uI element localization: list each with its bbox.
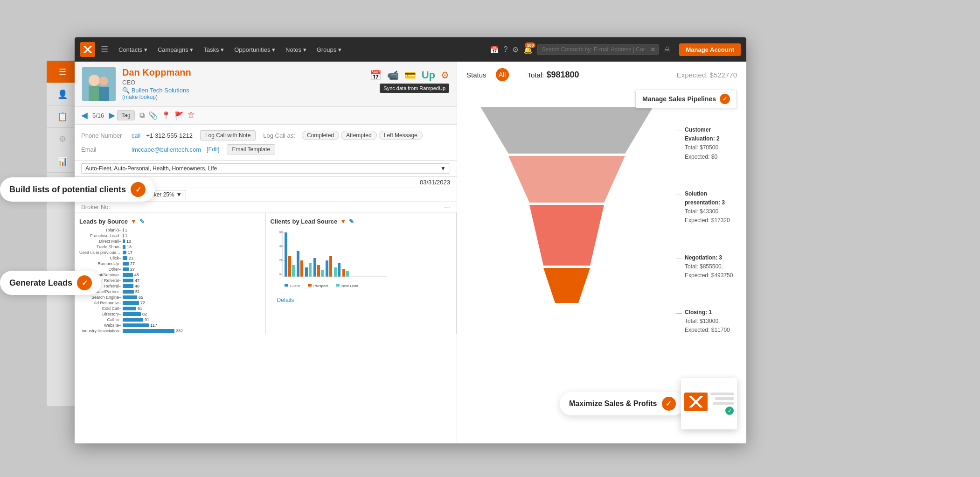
bar-fill [123, 329, 174, 333]
delete-icon[interactable]: 🗑 [188, 111, 195, 120]
sidebar-item-1[interactable]: 👤 [47, 83, 78, 105]
leads-filter-icon[interactable]: ▼ [131, 218, 137, 225]
search-container: ✕ [537, 44, 659, 55]
settings-action-icon[interactable]: ⚙ [441, 70, 449, 80]
bar-fill [123, 234, 124, 238]
search-input[interactable] [537, 44, 659, 55]
leads-bar-row: Industry Association–232 [79, 329, 261, 333]
bar-fill [123, 273, 133, 277]
contact-company[interactable]: 🔍 Bullen Tech Solutions [122, 87, 363, 94]
nav-tasks[interactable]: Tasks ▾ [200, 44, 228, 55]
svg-rect-22 [338, 263, 341, 277]
bar-fill [123, 318, 143, 322]
svg-rect-9 [285, 232, 287, 277]
help-icon[interactable]: ? [504, 45, 508, 54]
leads-bar-row: Call In–91 [79, 317, 261, 322]
bar-fill [123, 301, 139, 305]
nav-groups[interactable]: Groups ▾ [313, 44, 345, 55]
svg-marker-33 [480, 107, 653, 154]
svg-text:40-: 40- [279, 244, 285, 248]
broker-more-icon[interactable]: ⋯ [444, 203, 450, 210]
svg-marker-35 [529, 205, 604, 266]
rampedup-icon[interactable]: Up [422, 69, 435, 81]
sidebar-item-3[interactable]: ⚙ [47, 128, 78, 150]
svg-point-1 [89, 75, 100, 86]
prev-contact-icon[interactable]: ◀ [81, 110, 88, 120]
next-contact-icon[interactable]: ▶ [109, 110, 115, 120]
clients-chart-svg: 60- 40- 20- 0- [271, 228, 392, 293]
svg-rect-4 [99, 87, 109, 101]
leads-bar-row: RampedUp–27 [79, 261, 261, 266]
sidebar-item-4[interactable]: 📊 [47, 150, 78, 173]
make-lookup-link[interactable]: (make lookup) [122, 94, 363, 100]
clients-filter-icon[interactable]: ▼ [340, 218, 346, 225]
bar-fill [123, 323, 149, 327]
calendar-icon[interactable]: 📅 [490, 45, 499, 54]
sidebar-item-2[interactable]: 📋 [47, 105, 78, 128]
clients-details-link[interactable]: Details [271, 295, 452, 305]
search-clear-icon[interactable]: ✕ [650, 46, 656, 53]
manage-pipelines-button[interactable]: Manage Sales Pipelines ✓ [635, 90, 737, 108]
email-edit-link[interactable]: [Edit] [207, 146, 219, 153]
svg-marker-34 [508, 156, 625, 203]
payment-action-icon[interactable]: 💳 [404, 70, 416, 81]
renewal-date-value: 03/31/2023 [141, 179, 450, 186]
left-message-button[interactable]: Left Message [379, 131, 423, 140]
status-select[interactable]: All [496, 68, 509, 81]
navbar: ☰ Contacts ▾ Campaigns ▾ Tasks ▾ Opportu… [75, 37, 746, 62]
left-panel: Dan Koppmann CEO 🔍 Bullen Tech Solutions… [75, 62, 457, 443]
settings-icon[interactable]: ⚙ [512, 45, 519, 54]
contact-avatar [82, 67, 116, 101]
tag-button[interactable]: Tag [117, 110, 134, 120]
log-call-note-button[interactable]: Log Call with Note [200, 130, 256, 140]
notifications-icon[interactable]: 🔔 100 [523, 45, 533, 54]
nav-notes[interactable]: Notes ▾ [282, 44, 310, 55]
manage-account-button[interactable]: Manage Account [679, 43, 741, 56]
clients-chart-panel: Clients by Lead Source ▼ ✎ 60- 40- 20- 0… [266, 213, 457, 334]
nav-opportunities[interactable]: Opportunities ▾ [230, 44, 279, 55]
legend-customer-eval: — Customer Evaluation: 2 Total: $70500. … [676, 126, 737, 161]
broker-no-row: Broker No: ⋯ [75, 202, 457, 213]
hamburger-icon[interactable]: ☰ [101, 44, 108, 55]
nav-campaigns[interactable]: Campaigns ▾ [154, 44, 197, 55]
sidebar-item-active[interactable]: ☰ [47, 61, 78, 83]
calendar-action-icon[interactable]: 📅 [370, 70, 382, 81]
copy-icon[interactable]: ⧉ [139, 111, 145, 120]
legend-solution-pres: — Solution presentation: 3 Total: $43300… [676, 189, 737, 225]
leads-bar-row: Ad Response–72 [79, 301, 261, 305]
leads-details-link[interactable]: Details [79, 333, 261, 334]
svg-rect-11 [292, 265, 295, 277]
bar-fill [123, 290, 134, 294]
floating-line-3 [713, 402, 734, 405]
clients-edit-icon[interactable]: ✎ [349, 218, 354, 225]
generate-leads-check: ✓ [77, 275, 92, 290]
svg-rect-23 [342, 269, 345, 277]
call-link[interactable]: call [132, 132, 141, 139]
build-lists-check: ✓ [131, 182, 146, 197]
flag-icon[interactable]: 🚩 [174, 111, 184, 120]
nav-contacts[interactable]: Contacts ▾ [115, 44, 151, 55]
app-logo [80, 42, 95, 57]
nav-icons: ⧉ 📎 📍 🚩 🗑 [139, 111, 195, 120]
print-icon[interactable]: 🖨 [663, 45, 671, 54]
svg-rect-29 [308, 284, 312, 287]
insurance-select[interactable]: Auto-Fleet, Auto-Personal, Health, Homeo… [81, 163, 450, 174]
leads-edit-icon[interactable]: ✎ [139, 218, 145, 225]
svg-rect-31 [336, 284, 340, 287]
paperclip-icon[interactable]: 📎 [148, 111, 158, 120]
build-lists-label: Build lists of potential clients [9, 185, 126, 195]
email-address[interactable]: lmccabe@bullentech.com [132, 146, 201, 153]
notification-badge: 100 [525, 42, 535, 48]
svg-rect-27 [285, 284, 288, 287]
svg-rect-17 [317, 265, 320, 277]
bar-fill [123, 239, 125, 243]
svg-point-2 [99, 77, 108, 86]
completed-button[interactable]: Completed [302, 131, 339, 140]
expected-amount: Expected: $522770 [677, 71, 737, 79]
video-action-icon[interactable]: 📹 [387, 70, 399, 81]
leads-bar-row: Affiliate/Partner–51 [79, 289, 261, 294]
location-icon[interactable]: 📍 [161, 111, 171, 120]
email-template-button[interactable]: Email Template [227, 144, 275, 154]
attempted-button[interactable]: Attempted [341, 131, 377, 140]
leads-bar-row: Search Engine–65 [79, 295, 261, 300]
